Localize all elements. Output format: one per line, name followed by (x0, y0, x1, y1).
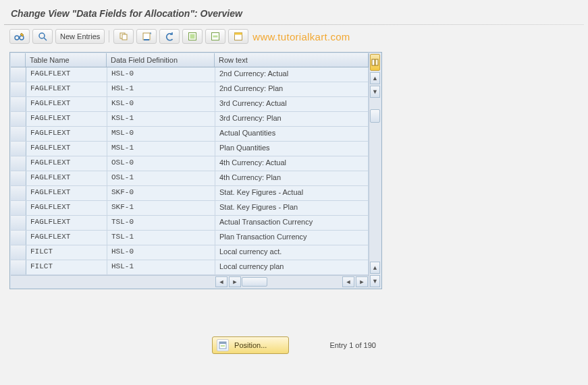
cell-table-name[interactable]: FAGLFLEXT (26, 156, 107, 171)
vscroll-thumb[interactable] (370, 109, 380, 123)
row-selector[interactable] (11, 171, 26, 185)
cell-field-def[interactable]: SKF-0 (107, 186, 215, 200)
cell-field-def[interactable]: MSL-1 (107, 142, 215, 156)
vscroll-up-button[interactable]: ▲ (370, 72, 380, 84)
cell-row-text[interactable]: Stat. Key Figures - Plan (215, 201, 369, 215)
cell-table-name[interactable]: FAGLFLEXT (26, 112, 107, 126)
footer-area: Position... Entry 1 of 190 (9, 336, 579, 354)
cell-row-text[interactable]: 4th Currency: Actual (215, 156, 369, 171)
hscroll-thumb[interactable] (242, 277, 267, 287)
cell-field-def[interactable]: HSL-1 (107, 260, 215, 274)
row-selector[interactable] (11, 97, 26, 111)
row-selector[interactable] (11, 112, 26, 126)
grid-header-col1[interactable]: Table Name (26, 53, 107, 67)
cell-row-text[interactable]: 3rd Currency: Actual (215, 97, 369, 111)
configure-columns-button[interactable] (370, 54, 380, 71)
grid-vscroll: ▲ ▼ ▲ ▼ (369, 53, 381, 288)
table-row: FAGLFLEXTKSL-03rd Currency: Actual (11, 97, 369, 112)
cell-row-text[interactable]: Local currency act. (215, 245, 369, 260)
cell-row-text[interactable]: 3rd Currency: Plan (215, 112, 369, 126)
cell-table-name[interactable]: FAGLFLEXT (26, 97, 107, 111)
select-block-icon (211, 32, 220, 41)
vscroll-track[interactable] (369, 98, 381, 261)
table-row: FILCTHSL-1Local currency plan (11, 260, 369, 275)
print-button[interactable] (228, 29, 248, 44)
vscroll-down2-button[interactable]: ▼ (370, 275, 380, 287)
select-all-button[interactable] (182, 29, 203, 44)
row-selector[interactable] (11, 245, 26, 260)
row-selector[interactable] (11, 260, 26, 274)
svg-point-1 (20, 36, 24, 40)
row-selector[interactable] (11, 67, 26, 82)
cell-field-def[interactable]: KSL-0 (107, 97, 215, 111)
hscroll-left-button[interactable]: ◄ (215, 276, 228, 287)
cell-table-name[interactable]: FAGLFLEXT (26, 67, 107, 82)
hscroll-left2-button[interactable]: ◄ (342, 276, 354, 287)
svg-rect-9 (213, 36, 218, 38)
grid-header-col2[interactable]: Data Field Definition (107, 53, 215, 67)
cell-table-name[interactable]: FILCT (26, 245, 107, 260)
grid-hscroll: ◄ ► ◄ ► (11, 275, 369, 288)
cell-row-text[interactable]: Stat. Key Figures - Actual (215, 186, 369, 200)
cell-field-def[interactable]: HSL-0 (107, 67, 215, 82)
cell-table-name[interactable]: FAGLFLEXT (26, 127, 107, 141)
cell-row-text[interactable]: Local currency plan (215, 260, 369, 274)
cell-table-name[interactable]: FAGLFLEXT (26, 82, 107, 96)
cell-field-def[interactable]: HSL-1 (107, 82, 215, 96)
position-button-label: Position... (234, 341, 267, 349)
new-entries-button[interactable]: New Entries (55, 29, 105, 44)
hscroll-right-button[interactable]: ► (229, 276, 241, 287)
cell-row-text[interactable]: Actual Transaction Currency (215, 216, 369, 230)
cell-field-def[interactable]: OSL-0 (107, 156, 215, 171)
change-display-toggle-button[interactable] (9, 29, 30, 44)
cell-field-def[interactable]: OSL-1 (107, 171, 215, 185)
row-selector[interactable] (11, 142, 26, 156)
cell-row-text[interactable]: 2nd Currency: Plan (215, 82, 369, 96)
row-selector[interactable] (11, 231, 26, 245)
cell-table-name[interactable]: FAGLFLEXT (26, 142, 107, 156)
grid-header-col3[interactable]: Row text (215, 53, 369, 67)
cell-field-def[interactable]: HSL-0 (107, 245, 215, 260)
cell-table-name[interactable]: FAGLFLEXT (26, 231, 107, 245)
cell-field-def[interactable]: TSL-0 (107, 216, 215, 230)
row-selector[interactable] (11, 216, 26, 230)
deselect-all-button[interactable] (205, 29, 225, 44)
grid-body: FAGLFLEXTHSL-02nd Currency: ActualFAGLFL… (11, 67, 369, 275)
svg-rect-16 (221, 345, 225, 347)
cell-table-name[interactable]: FILCT (26, 260, 107, 274)
cell-table-name[interactable]: FAGLFLEXT (26, 216, 107, 230)
vscroll-down-button[interactable]: ▼ (370, 86, 380, 98)
table-row: FAGLFLEXTHSL-12nd Currency: Plan (11, 82, 369, 97)
table-row: FAGLFLEXTHSL-02nd Currency: Actual (11, 67, 369, 82)
row-selector[interactable] (11, 186, 26, 200)
cell-row-text[interactable]: Actual Quantities (215, 127, 369, 141)
cell-row-text[interactable]: Plan Quantities (215, 142, 369, 156)
cell-field-def[interactable]: KSL-1 (107, 112, 215, 126)
cell-row-text[interactable]: 4th Currency: Plan (215, 171, 369, 185)
position-button[interactable]: Position... (212, 336, 289, 354)
undo-button[interactable] (159, 29, 180, 44)
copy-button[interactable] (113, 29, 134, 44)
svg-rect-4 (122, 34, 127, 40)
table-row: FAGLFLEXTMSL-1Plan Quantities (11, 142, 369, 156)
row-selector[interactable] (11, 156, 26, 171)
cell-field-def[interactable]: MSL-0 (107, 127, 215, 141)
cell-field-def[interactable]: TSL-1 (107, 231, 215, 245)
delete-button[interactable] (136, 29, 157, 44)
cell-table-name[interactable]: FAGLFLEXT (26, 201, 107, 215)
cell-table-name[interactable]: FAGLFLEXT (26, 171, 107, 185)
hscroll-track[interactable] (242, 277, 285, 287)
row-selector[interactable] (11, 201, 26, 215)
delete-icon (142, 32, 151, 41)
cell-field-def[interactable]: SKF-1 (107, 201, 215, 215)
display-details-button[interactable] (32, 29, 53, 44)
cell-row-text[interactable]: 2nd Currency: Actual (215, 67, 369, 82)
cell-row-text[interactable]: Plan Transaction Currency (215, 231, 369, 245)
hscroll-right2-button[interactable]: ► (356, 276, 368, 287)
grid-header-selector[interactable] (11, 53, 26, 67)
vscroll-up2-button[interactable]: ▲ (370, 262, 380, 274)
watermark-text: www.tutorialkart.com (252, 31, 350, 42)
cell-table-name[interactable]: FAGLFLEXT (26, 186, 107, 200)
row-selector[interactable] (11, 82, 26, 96)
row-selector[interactable] (11, 127, 26, 141)
